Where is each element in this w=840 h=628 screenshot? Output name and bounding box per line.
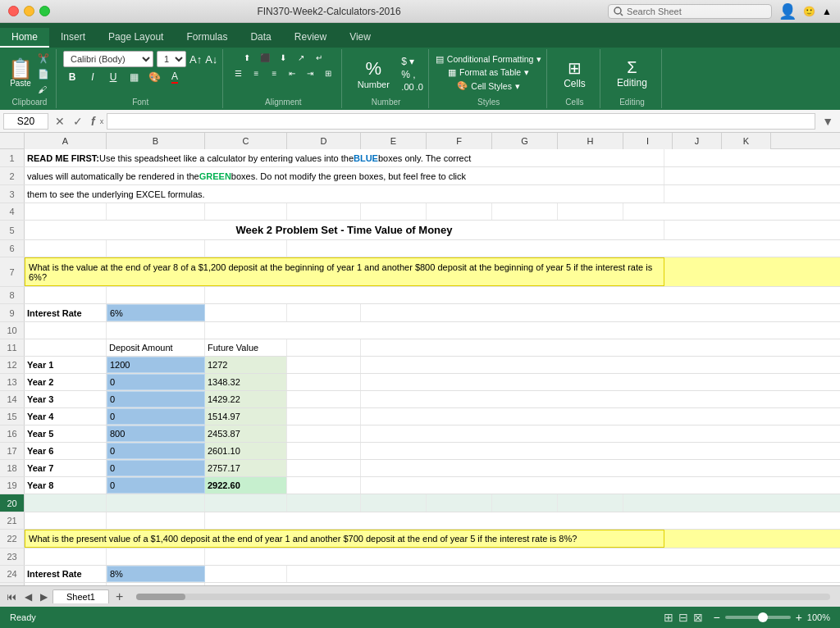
decrease-font-button[interactable]: A↓	[205, 53, 217, 66]
cell-c20[interactable]	[205, 494, 287, 512]
cell-d17[interactable]	[287, 443, 361, 459]
tab-formulas[interactable]: Formulas	[175, 28, 239, 48]
cell-d14[interactable]	[287, 391, 361, 407]
cell-c16[interactable]: 2453.87	[205, 425, 287, 442]
cell-b21[interactable]	[107, 512, 205, 529]
font-size-selector[interactable]: 12	[157, 51, 186, 67]
cell-c15[interactable]: 1514.97	[205, 408, 287, 425]
insert-function-button[interactable]: f	[88, 115, 98, 128]
cell-d19[interactable]	[287, 477, 361, 494]
cell-styles-button[interactable]: 🎨 Cell Styles ▾	[457, 80, 520, 91]
cells-button[interactable]: ⊞ Cells	[554, 58, 595, 89]
cell-b11[interactable]: Deposit Amount	[107, 339, 205, 356]
orientation-button[interactable]: ↗	[293, 51, 309, 65]
cancel-formula-button[interactable]: ✕	[52, 115, 68, 128]
cell-h20[interactable]	[558, 494, 623, 512]
cell-c4[interactable]	[205, 203, 287, 220]
cell-b20[interactable]	[107, 494, 205, 512]
col-header-g[interactable]: G	[492, 133, 558, 149]
maximize-button[interactable]	[39, 6, 50, 16]
cell-a3[interactable]: them to see the underlying EXCEL formula…	[25, 185, 664, 203]
col-header-i[interactable]: I	[623, 133, 673, 149]
cell-d12[interactable]	[287, 357, 361, 373]
decrease-decimal-button[interactable]: .0	[416, 82, 423, 92]
cell-a15[interactable]: Year 4	[25, 408, 107, 425]
cell-b18[interactable]: 0	[107, 460, 205, 476]
col-header-d[interactable]: D	[287, 133, 361, 149]
sheet-tab-sheet1[interactable]: Sheet1	[52, 589, 109, 603]
col-header-f[interactable]: F	[427, 133, 492, 149]
cell-b10[interactable]	[107, 322, 205, 339]
increase-font-button[interactable]: A↑	[189, 53, 202, 66]
align-middle-button[interactable]: ⬛	[257, 51, 273, 65]
cell-a17[interactable]: Year 6	[25, 443, 107, 459]
increase-decimal-button[interactable]: .00	[401, 82, 413, 92]
cell-b6[interactable]	[107, 240, 205, 257]
align-center-button[interactable]: ≡	[248, 66, 264, 80]
align-right-button[interactable]: ≡	[266, 66, 282, 80]
cell-reference-input[interactable]	[3, 113, 48, 130]
cell-a9[interactable]: Interest Rate	[25, 304, 107, 321]
col-header-a[interactable]: A	[25, 133, 107, 149]
cell-a23[interactable]	[25, 548, 107, 565]
fill-color-button[interactable]: 🎨	[145, 69, 163, 85]
cell-a20[interactable]	[25, 494, 107, 512]
cell-a22[interactable]: What is the present value of a $1,400 de…	[25, 530, 664, 548]
cell-c24[interactable]	[205, 566, 287, 582]
cell-d9[interactable]	[287, 304, 361, 321]
cell-c17[interactable]: 2601.10	[205, 443, 287, 459]
paste-button[interactable]: 📋 Paste	[8, 59, 33, 88]
cell-a16[interactable]: Year 5	[25, 425, 107, 442]
cell-b23[interactable]	[107, 548, 205, 565]
zoom-slider[interactable]	[725, 616, 791, 619]
cell-f4[interactable]	[427, 203, 492, 220]
page-layout-view-button[interactable]: ⊟	[678, 611, 688, 624]
cell-a4[interactable]	[25, 203, 107, 220]
cell-b24[interactable]: 8%	[107, 566, 205, 582]
cell-c12[interactable]: 1272	[205, 357, 287, 373]
cell-b16[interactable]: 800	[107, 425, 205, 442]
col-header-j[interactable]: J	[673, 133, 722, 149]
cell-a6[interactable]	[25, 240, 107, 257]
expand-icon[interactable]: ▲	[822, 6, 832, 17]
cell-a19[interactable]: Year 8	[25, 477, 107, 494]
cell-b4[interactable]	[107, 203, 205, 220]
cut-button[interactable]: ✂️	[36, 52, 51, 65]
align-left-button[interactable]: ☰	[230, 66, 246, 80]
cell-d20[interactable]	[287, 494, 361, 512]
cell-a12[interactable]: Year 1	[25, 357, 107, 373]
cell-d13[interactable]	[287, 374, 361, 390]
cell-a11[interactable]	[25, 339, 107, 356]
cell-c9[interactable]	[205, 304, 287, 321]
cell-a5[interactable]: Week 2 Problem Set - Time Value of Money	[25, 221, 664, 239]
zoom-out-button[interactable]: −	[713, 611, 719, 624]
cell-h4[interactable]	[558, 203, 623, 220]
currency-button[interactable]: $ ▾	[401, 56, 422, 67]
cell-a2[interactable]: values will automatically be rendered in…	[25, 167, 664, 184]
cell-c6[interactable]	[205, 240, 287, 257]
formula-input[interactable]	[107, 113, 815, 130]
cell-a1[interactable]: READ ME FIRST: Use this speadsheet like …	[25, 149, 664, 166]
cell-g20[interactable]	[492, 494, 558, 512]
tab-prev-button[interactable]: ◀	[21, 591, 35, 603]
tab-data[interactable]: Data	[239, 28, 282, 48]
user-icon[interactable]: 👤	[778, 2, 797, 20]
cell-d18[interactable]	[287, 460, 361, 476]
border-button[interactable]: ▦	[125, 69, 143, 85]
cell-e4[interactable]	[361, 203, 427, 220]
percent-button[interactable]: % ,	[401, 69, 422, 80]
font-name-selector[interactable]: Calibri (Body)	[63, 51, 153, 67]
editing-button[interactable]: Σ Editing	[607, 58, 656, 89]
cell-c18[interactable]: 2757.17	[205, 460, 287, 476]
cell-b17[interactable]: 0	[107, 443, 205, 459]
cell-a10[interactable]	[25, 322, 107, 339]
col-header-c[interactable]: C	[205, 133, 287, 149]
conditional-formatting-button[interactable]: ▤ Conditional Formatting ▾	[436, 54, 542, 64]
formula-expand-button[interactable]: ▼	[819, 115, 837, 128]
align-bottom-button[interactable]: ⬇	[275, 51, 291, 65]
cell-e20[interactable]	[361, 494, 427, 512]
tab-view[interactable]: View	[338, 28, 382, 48]
window-buttons[interactable]	[8, 6, 50, 16]
wrap-text-button[interactable]: ↵	[311, 51, 327, 65]
horizontal-scrollbar[interactable]	[136, 594, 830, 600]
